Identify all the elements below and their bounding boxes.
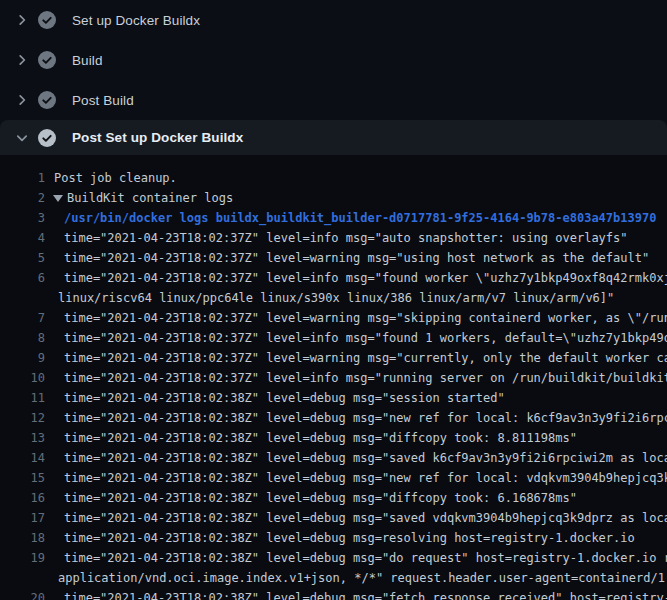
log-text: time="2021-04-23T18:02:37Z" level=info m… <box>64 268 667 288</box>
line-number[interactable]: 1 <box>0 168 45 188</box>
line-number[interactable]: 15 <box>0 468 45 488</box>
log-text: time="2021-04-23T18:02:37Z" level=warnin… <box>64 308 667 328</box>
log-text: linux/riscv64 linux/ppc64le linux/s390x … <box>58 288 614 308</box>
line-number[interactable]: 12 <box>0 408 45 428</box>
log-text: Post job cleanup. <box>54 168 177 188</box>
step-label: Post Build <box>72 93 134 108</box>
check-circle-icon <box>38 51 56 69</box>
log-line: 15 time="2021-04-23T18:02:38Z" level=deb… <box>0 468 667 488</box>
group-collapse-icon[interactable] <box>53 195 63 202</box>
line-number[interactable]: 16 <box>0 488 45 508</box>
log-text: application/vnd.oci.image.index.v1+json,… <box>58 568 667 588</box>
log-text: time="2021-04-23T18:02:38Z" level=debug … <box>64 428 577 448</box>
log-line: 10 time="2021-04-23T18:02:37Z" level=inf… <box>0 368 667 388</box>
log-text: time="2021-04-23T18:02:37Z" level=info m… <box>64 328 667 348</box>
log-text: time="2021-04-23T18:02:38Z" level=debug … <box>64 468 667 488</box>
log-text: time="2021-04-23T18:02:38Z" level=debug … <box>64 448 667 468</box>
chevron-down-icon <box>14 130 30 146</box>
log-text: time="2021-04-23T18:02:38Z" level=debug … <box>64 488 577 508</box>
check-circle-icon <box>38 11 56 29</box>
log-line: 19 time="2021-04-23T18:02:38Z" level=deb… <box>0 548 667 568</box>
line-number[interactable]: 11 <box>0 388 45 408</box>
log-text: time="2021-04-23T18:02:38Z" level=debug … <box>64 548 667 568</box>
line-number[interactable]: 10 <box>0 368 45 388</box>
step-post-set-up-docker-buildx[interactable]: Post Set up Docker Buildx <box>0 120 667 155</box>
step-list: Set up Docker Buildx Build Post Build Po… <box>0 0 667 155</box>
line-number[interactable]: 4 <box>0 228 45 248</box>
log-line: 13 time="2021-04-23T18:02:38Z" level=deb… <box>0 428 667 448</box>
chevron-right-icon <box>14 52 30 68</box>
line-number[interactable]: 13 <box>0 428 45 448</box>
check-circle-icon <box>38 91 56 109</box>
line-number[interactable]: 6 <box>0 268 45 288</box>
line-number[interactable]: 5 <box>0 248 45 268</box>
step-label: Post Set up Docker Buildx <box>72 130 243 145</box>
step-post-build[interactable]: Post Build <box>0 80 667 120</box>
line-number[interactable]: 14 <box>0 448 45 468</box>
step-label: Set up Docker Buildx <box>72 13 200 28</box>
line-number[interactable]: 17 <box>0 508 45 528</box>
log-text: time="2021-04-23T18:02:37Z" level=warnin… <box>64 248 649 268</box>
chevron-right-icon <box>14 12 30 28</box>
log-line: 5 time="2021-04-23T18:02:37Z" level=warn… <box>0 248 667 268</box>
chevron-right-icon <box>14 92 30 108</box>
step-set-up-docker-buildx[interactable]: Set up Docker Buildx <box>0 0 667 40</box>
log-line: 8 time="2021-04-23T18:02:37Z" level=info… <box>0 328 667 348</box>
log-line: 20 time="2021-04-23T18:02:38Z" level=deb… <box>0 588 667 600</box>
line-number[interactable]: 20 <box>0 588 45 600</box>
log-text: time="2021-04-23T18:02:38Z" level=debug … <box>64 588 667 600</box>
line-number[interactable] <box>0 288 45 308</box>
step-label: Build <box>72 53 103 68</box>
log-line: 4 time="2021-04-23T18:02:37Z" level=info… <box>0 228 667 248</box>
log-text: time="2021-04-23T18:02:37Z" level=info m… <box>64 228 628 248</box>
log-line: linux/riscv64 linux/ppc64le linux/s390x … <box>0 288 667 308</box>
check-circle-icon <box>38 129 56 147</box>
log-line: 7 time="2021-04-23T18:02:37Z" level=warn… <box>0 308 667 328</box>
line-number[interactable]: 19 <box>0 548 45 568</box>
log-line: 11 time="2021-04-23T18:02:38Z" level=deb… <box>0 388 667 408</box>
log-line: 2 BuildKit container logs <box>0 188 667 208</box>
log-text: time="2021-04-23T18:02:37Z" level=warnin… <box>64 348 667 368</box>
line-number[interactable]: 9 <box>0 348 45 368</box>
log-pane[interactable]: 1 Post job cleanup. 2 BuildKit container… <box>0 155 667 600</box>
log-text: time="2021-04-23T18:02:38Z" level=debug … <box>64 528 635 548</box>
log-text: time="2021-04-23T18:02:38Z" level=debug … <box>64 508 667 528</box>
line-number[interactable]: 2 <box>0 188 45 208</box>
step-build[interactable]: Build <box>0 40 667 80</box>
log-line: 1 Post job cleanup. <box>0 168 667 188</box>
log-line: 3 /usr/bin/docker logs buildx_buildkit_b… <box>0 208 667 228</box>
line-number[interactable]: 3 <box>0 208 45 228</box>
line-number[interactable] <box>0 568 45 588</box>
log-line: 9 time="2021-04-23T18:02:37Z" level=warn… <box>0 348 667 368</box>
line-number[interactable]: 7 <box>0 308 45 328</box>
log-text: /usr/bin/docker logs buildx_buildkit_bui… <box>64 208 656 228</box>
log-line: 14 time="2021-04-23T18:02:38Z" level=deb… <box>0 448 667 468</box>
log-line: 18 time="2021-04-23T18:02:38Z" level=deb… <box>0 528 667 548</box>
actions-log-viewer: Set up Docker Buildx Build Post Build Po… <box>0 0 667 600</box>
log-line: 17 time="2021-04-23T18:02:38Z" level=deb… <box>0 508 667 528</box>
line-number[interactable]: 18 <box>0 528 45 548</box>
log-line: 16 time="2021-04-23T18:02:38Z" level=deb… <box>0 488 667 508</box>
log-text: time="2021-04-23T18:02:38Z" level=debug … <box>64 388 505 408</box>
log-line: 12 time="2021-04-23T18:02:38Z" level=deb… <box>0 408 667 428</box>
log-text: BuildKit container logs <box>67 188 233 208</box>
log-line: application/vnd.oci.image.index.v1+json,… <box>0 568 667 588</box>
line-number[interactable]: 8 <box>0 328 45 348</box>
log-text: time="2021-04-23T18:02:37Z" level=info m… <box>64 368 667 388</box>
log-line: 6 time="2021-04-23T18:02:37Z" level=info… <box>0 268 667 288</box>
log-text: time="2021-04-23T18:02:38Z" level=debug … <box>64 408 667 428</box>
